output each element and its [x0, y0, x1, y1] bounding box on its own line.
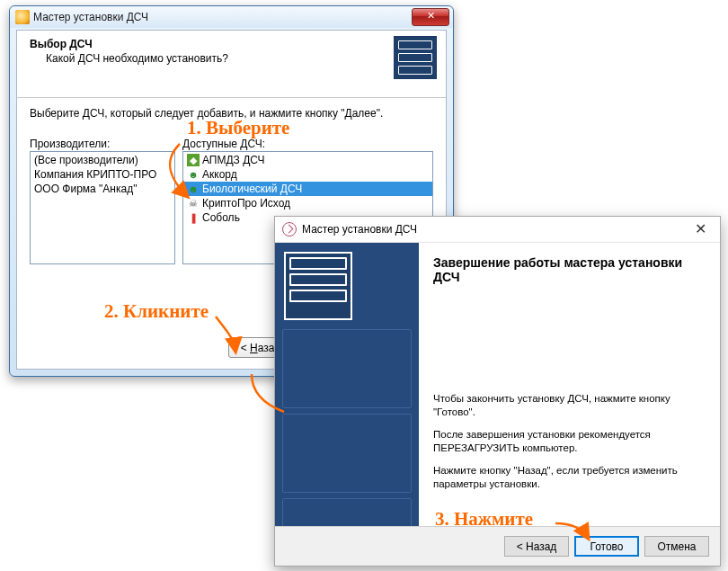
window-title: Мастер установки ДСЧ [33, 11, 412, 23]
list-item-label: Биологический ДСЧ [202, 183, 302, 195]
server-stack-icon [284, 252, 352, 320]
manufacturers-label: Производители: [30, 138, 175, 150]
finish-para-3: Нажмите кнопку "Назад", если требуется и… [433, 464, 706, 491]
close-button[interactable]: ✕ [412, 8, 449, 26]
wizard-buttons: < Назад Готово Отмена [275, 526, 720, 566]
flag-icon: ❚ [187, 211, 200, 224]
client-area: Завершение работы мастера установки ДСЧ … [275, 243, 720, 526]
finish-para-2: После завершения установки рекомендуется… [433, 428, 706, 455]
list-item[interactable]: (Все производители) [31, 153, 174, 167]
person-icon: ☻ [187, 183, 200, 195]
list-item[interactable]: ООО Фирма "Анкад" [31, 182, 174, 196]
server-stack-icon [394, 36, 437, 79]
cancel-button[interactable]: Отмена [644, 536, 709, 557]
app-icon [282, 222, 297, 236]
list-item[interactable]: ☻Биологический ДСЧ [183, 182, 432, 196]
list-item-label: Аккорд [202, 168, 237, 181]
list-item-label: КриптоПро Исход [202, 197, 290, 210]
titlebar[interactable]: Мастер установки ДСЧ ✕ [10, 6, 453, 28]
list-item[interactable]: Компания КРИПТО-ПРО [31, 167, 174, 182]
window-title: Мастер установки ДСЧ [302, 223, 680, 236]
wizard-sidebar [275, 243, 419, 526]
chip-icon: ◆ [187, 154, 200, 166]
available-label: Доступные ДСЧ: [182, 138, 433, 150]
list-item[interactable]: ☻Аккорд [183, 167, 432, 182]
list-item[interactable]: ◆АПМДЗ ДСЧ [183, 153, 432, 167]
header-title: Выбор ДСЧ [30, 38, 433, 50]
manufacturers-listbox[interactable]: (Все производители)Компания КРИПТО-ПРООО… [30, 151, 175, 264]
list-item[interactable]: ☠КриптоПро Исход [183, 196, 432, 210]
list-item-label: АПМДЗ ДСЧ [202, 154, 265, 166]
wizard-main: Завершение работы мастера установки ДСЧ … [419, 243, 720, 526]
person-icon: ☻ [187, 168, 200, 181]
wizard-window-finish: Мастер установки ДСЧ ✕ Завершение работы… [274, 216, 721, 567]
sidebar-decoration [275, 329, 419, 526]
finish-heading: Завершение работы мастера установки ДСЧ [433, 255, 706, 284]
app-icon [15, 10, 30, 24]
wizard-header: Выбор ДСЧ Какой ДСЧ необходимо установит… [17, 31, 446, 98]
back-button[interactable]: < Назад [504, 536, 569, 557]
finish-button[interactable]: Готово [574, 536, 639, 557]
list-item-label: Соболь [202, 211, 240, 224]
finish-para-1: Чтобы закончить установку ДСЧ, нажмите к… [433, 392, 706, 419]
titlebar[interactable]: Мастер установки ДСЧ ✕ [275, 217, 720, 243]
skull-icon: ☠ [187, 197, 200, 210]
instruction-text: Выберите ДСЧ, который следует добавить, … [30, 107, 433, 120]
header-subtitle: Какой ДСЧ необходимо установить? [46, 52, 433, 65]
close-button[interactable]: ✕ [680, 217, 720, 242]
